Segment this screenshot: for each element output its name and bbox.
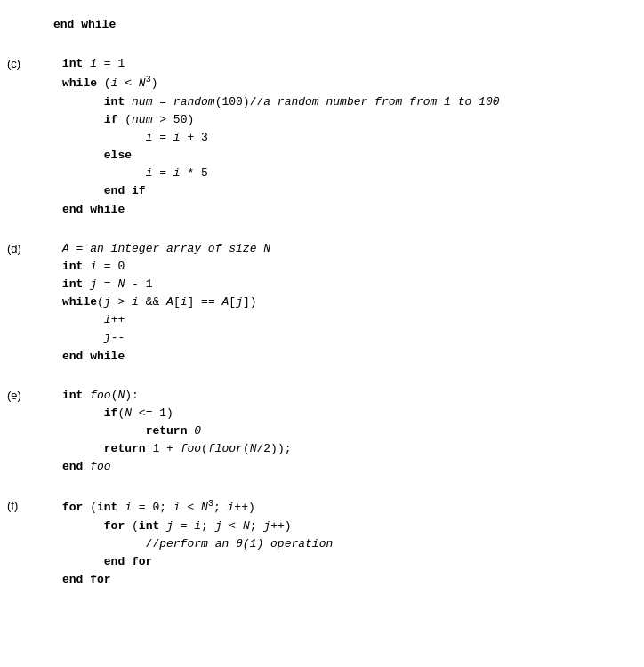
label-f: (f) (0, 497, 53, 512)
code-d: A = an integer array of size N int i = 0… (53, 240, 644, 366)
code-c: int i = 1 while (i < N3) int num = rando… (53, 55, 644, 219)
section-c: (c) int i = 1 while (i < N3) int num = r… (0, 55, 644, 219)
end-while-line: end while (53, 16, 116, 34)
top-section: end while (0, 16, 644, 34)
label-d: (d) (0, 240, 53, 255)
code-f: for (int i = 0; i < N3; i++) for (int j … (53, 497, 644, 589)
code-e: int foo(N): if(N <= 1) return 0 return 1… (53, 387, 644, 477)
section-e: (e) int foo(N): if(N <= 1) return 0 retu… (0, 387, 644, 477)
label-c: (c) (0, 55, 53, 70)
page: end while (c) int i = 1 while (i < N3) i… (0, 9, 644, 624)
label-e: (e) (0, 387, 53, 402)
section-f: (f) for (int i = 0; i < N3; i++) for (in… (0, 497, 644, 589)
section-d: (d) A = an integer array of size N int i… (0, 240, 644, 366)
